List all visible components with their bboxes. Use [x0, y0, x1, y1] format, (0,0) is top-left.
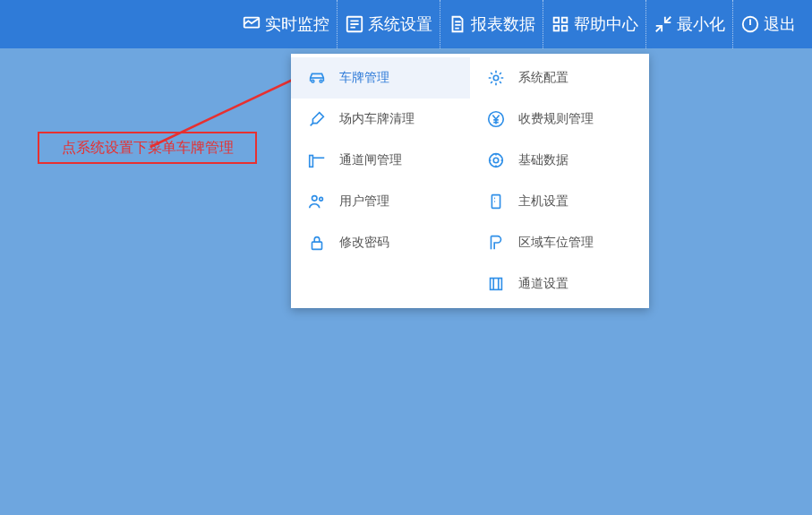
- top-navbar: 实时监控 系统设置 报表数据 帮助中心 最小化 退出: [0, 0, 812, 48]
- menu-label: 场内车牌清理: [339, 111, 415, 127]
- nav-minimize-label: 最小化: [677, 13, 725, 35]
- menu-plate-cleanup[interactable]: 场内车牌清理: [291, 99, 470, 140]
- brush-icon: [307, 109, 327, 129]
- nav-exit[interactable]: 退出: [732, 0, 803, 48]
- dropdown-col-right: 系统配置 收费规则管理 基础数据 主机设置: [470, 54, 649, 308]
- menu-label: 修改密码: [339, 235, 389, 251]
- users-icon: [307, 192, 327, 211]
- svg-rect-13: [312, 242, 322, 249]
- menu-change-password[interactable]: 修改密码: [291, 222, 470, 263]
- nav-reports-label: 报表数据: [471, 13, 535, 35]
- nav-minimize[interactable]: 最小化: [645, 0, 732, 48]
- svg-rect-18: [491, 195, 500, 209]
- menu-label: 主机设置: [518, 193, 568, 210]
- menu-fee-rules[interactable]: 收费规则管理: [470, 99, 649, 140]
- gear-icon: [486, 68, 506, 88]
- svg-rect-2: [554, 18, 560, 23]
- menu-system-config[interactable]: 系统配置: [470, 57, 649, 99]
- power-icon: [740, 14, 760, 34]
- svg-rect-5: [562, 26, 568, 31]
- menu-base-data[interactable]: 基础数据: [470, 140, 649, 181]
- monitor-icon: [242, 14, 261, 34]
- nav-monitor[interactable]: 实时监控: [235, 0, 337, 48]
- svg-point-16: [493, 158, 499, 163]
- lock-icon: [307, 233, 327, 253]
- menu-host-settings[interactable]: 主机设置: [470, 181, 649, 222]
- menu-label: 收费规则管理: [518, 111, 594, 127]
- car-icon: [307, 68, 327, 88]
- svg-point-12: [320, 197, 323, 201]
- svg-point-9: [320, 80, 322, 82]
- annotation-callout: 点系统设置下菜单车牌管理: [38, 132, 257, 164]
- svg-point-11: [312, 196, 318, 202]
- nav-settings-label: 系统设置: [368, 13, 432, 35]
- minimize-icon: [654, 14, 673, 34]
- annotation-text: 点系统设置下菜单车牌管理: [62, 139, 234, 158]
- menu-area-parking[interactable]: 区域车位管理: [470, 222, 649, 263]
- menu-gate-management[interactable]: 通道闸管理: [291, 140, 470, 181]
- menu-channel-settings[interactable]: 通道设置: [470, 263, 649, 305]
- nav-help[interactable]: 帮助中心: [543, 0, 645, 48]
- grid-icon: [551, 14, 570, 34]
- svg-rect-4: [554, 26, 560, 31]
- menu-label: 用户管理: [339, 193, 389, 210]
- content-area: 点系统设置下菜单车牌管理 车牌管理 场内车牌清理 通道闸管理: [0, 48, 812, 515]
- nav-help-label: 帮助中心: [574, 13, 638, 35]
- nav-monitor-label: 实时监控: [265, 13, 329, 35]
- nav-exit-label: 退出: [764, 13, 796, 35]
- settings-dropdown: 车牌管理 场内车牌清理 通道闸管理 用户管理: [291, 54, 649, 308]
- nav-settings[interactable]: 系统设置: [337, 0, 440, 48]
- menu-label: 通道设置: [518, 276, 568, 292]
- menu-label: 通道闸管理: [339, 152, 402, 168]
- parking-icon: [486, 233, 506, 253]
- svg-point-17: [490, 154, 503, 167]
- menu-user-management[interactable]: 用户管理: [291, 181, 470, 222]
- menu-label: 系统配置: [518, 70, 568, 86]
- gate-icon: [307, 150, 327, 170]
- channel-icon: [486, 274, 506, 294]
- dropdown-col-left: 车牌管理 场内车牌清理 通道闸管理 用户管理: [291, 54, 470, 308]
- svg-rect-19: [491, 279, 502, 290]
- nav-reports[interactable]: 报表数据: [440, 0, 543, 48]
- menu-plate-management[interactable]: 车牌管理: [291, 57, 470, 99]
- menu-label: 车牌管理: [339, 70, 389, 86]
- yen-icon: [486, 109, 506, 129]
- svg-point-8: [312, 80, 314, 82]
- menu-label: 基础数据: [518, 152, 568, 168]
- settings-list-icon: [345, 14, 364, 34]
- document-icon: [448, 14, 467, 34]
- server-icon: [486, 192, 506, 211]
- cog-icon: [486, 150, 506, 170]
- menu-label: 区域车位管理: [518, 235, 594, 251]
- svg-rect-3: [562, 18, 568, 23]
- svg-rect-10: [310, 156, 313, 167]
- svg-point-14: [493, 75, 499, 81]
